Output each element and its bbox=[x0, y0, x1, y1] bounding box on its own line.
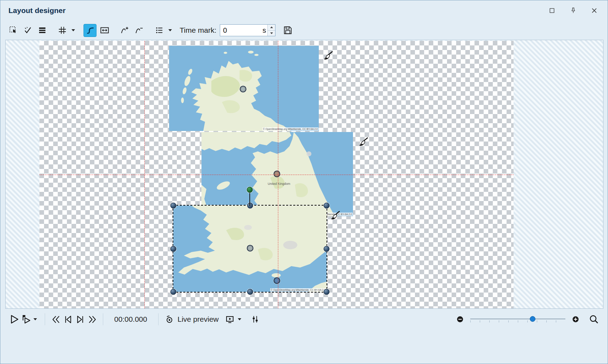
brush-cursor-icon bbox=[358, 137, 368, 147]
path-list-tool-button[interactable] bbox=[153, 24, 166, 37]
chevron-down-icon bbox=[33, 318, 37, 321]
mixer-button[interactable] bbox=[249, 313, 261, 325]
separator bbox=[45, 313, 45, 325]
magnifier-icon bbox=[589, 314, 599, 324]
maximize-icon bbox=[548, 7, 556, 14]
motion-path-tool-button[interactable] bbox=[83, 24, 97, 37]
titlebar: Layout designer bbox=[0, 0, 608, 21]
close-button[interactable] bbox=[589, 6, 599, 15]
motion-path-icon bbox=[85, 25, 95, 35]
chevron-down-icon bbox=[237, 318, 242, 321]
motion-path-start-handle[interactable] bbox=[247, 187, 253, 193]
chevron-down-icon bbox=[168, 29, 172, 32]
time-mark-label: Time mark: bbox=[180, 26, 216, 34]
resize-handle-middle-right[interactable] bbox=[324, 246, 330, 252]
skip-end-icon bbox=[87, 315, 97, 324]
resize-handle-bottom-center[interactable] bbox=[247, 289, 253, 295]
layout-canvas[interactable]: © OpenStreetMap.org Mitwirkende, CC BY-S… bbox=[5, 40, 603, 309]
alignment-tool-icon bbox=[38, 26, 47, 35]
canvas-zoom-slider[interactable] bbox=[470, 314, 565, 325]
play-button[interactable] bbox=[8, 313, 20, 325]
map-attribution: © OpenStreetMap.org Mitwirkende, CC BY-S… bbox=[262, 127, 318, 131]
map-label-united-kingdom: United Kingdom bbox=[268, 182, 290, 186]
pin-icon bbox=[570, 7, 577, 14]
time-display: 00:00.000 bbox=[111, 315, 150, 324]
toolbar: Time mark: s bbox=[0, 21, 608, 40]
path-list-icon bbox=[155, 26, 164, 35]
separator bbox=[103, 313, 103, 325]
path-list-dropdown-button[interactable] bbox=[167, 24, 173, 37]
resize-handle-bottom-right[interactable] bbox=[324, 289, 330, 295]
brush-cursor-icon bbox=[323, 51, 333, 61]
preview-screen-dropdown-button[interactable] bbox=[236, 313, 243, 326]
live-preview-toggle[interactable] bbox=[163, 313, 175, 325]
resize-handle-bottom-left[interactable] bbox=[170, 289, 176, 295]
chevron-down-icon bbox=[71, 29, 75, 32]
skip-to-start-button[interactable] bbox=[50, 313, 62, 325]
curve-minus-icon bbox=[135, 26, 144, 35]
skip-start-icon bbox=[51, 315, 61, 324]
resize-handle-top-left[interactable] bbox=[170, 203, 176, 209]
motion-path-line bbox=[249, 190, 250, 206]
resize-handle-middle-left[interactable] bbox=[170, 246, 176, 252]
save-icon bbox=[283, 25, 293, 35]
time-mark-field: s bbox=[220, 24, 275, 36]
preview-screen-icon bbox=[225, 315, 235, 324]
play-icon bbox=[9, 314, 19, 324]
curve-plus-icon bbox=[120, 26, 129, 35]
window-controls bbox=[547, 6, 603, 15]
alignment-tool-button[interactable] bbox=[36, 24, 49, 37]
select-tool-button[interactable] bbox=[7, 24, 20, 37]
spinner-down-button[interactable] bbox=[268, 31, 275, 36]
live-preview-icon bbox=[165, 315, 174, 324]
motion-path-waypoint[interactable] bbox=[274, 277, 280, 284]
zoom-out-button[interactable] bbox=[454, 313, 466, 325]
grid-dropdown-button[interactable] bbox=[70, 24, 76, 37]
skip-to-end-button[interactable] bbox=[86, 313, 98, 325]
select-tool-icon bbox=[9, 26, 18, 35]
separator bbox=[158, 313, 159, 325]
pin-button[interactable] bbox=[568, 6, 578, 15]
play-from-marker-button[interactable] bbox=[20, 313, 32, 325]
step-forward-icon bbox=[75, 315, 85, 324]
curve-minus-tool-button[interactable] bbox=[132, 24, 145, 37]
motion-path-waypoint[interactable] bbox=[274, 171, 280, 177]
maximize-button[interactable] bbox=[547, 6, 557, 15]
image-section-icon bbox=[100, 25, 110, 35]
chevron-down-icon bbox=[270, 32, 273, 34]
zoom-fit-button[interactable] bbox=[588, 313, 600, 325]
play-from-marker-icon bbox=[21, 314, 31, 324]
resize-handle-top-right[interactable] bbox=[324, 203, 330, 209]
save-button[interactable] bbox=[281, 24, 294, 37]
layout-designer-window: Layout designer bbox=[0, 0, 608, 364]
time-mark-spinner bbox=[267, 25, 275, 36]
slider-thumb[interactable] bbox=[530, 316, 535, 322]
zoom-in-icon bbox=[572, 315, 579, 323]
close-icon bbox=[591, 7, 598, 14]
brush-cursor-icon bbox=[330, 211, 340, 221]
map-attribution: © OpenStreetMap.org Mitwirkende, CC BY-S… bbox=[270, 288, 326, 291]
step-back-button[interactable] bbox=[62, 313, 74, 325]
window-title: Layout designer bbox=[8, 6, 66, 15]
play-options-dropdown-button[interactable] bbox=[32, 313, 38, 326]
path-points-tool-icon bbox=[23, 26, 32, 35]
motion-path-waypoint[interactable] bbox=[247, 245, 254, 252]
time-mark-input[interactable] bbox=[220, 25, 262, 36]
path-points-tool-button[interactable] bbox=[21, 24, 34, 37]
slider-track bbox=[470, 319, 565, 319]
zoom-cluster bbox=[454, 313, 600, 325]
time-mark-unit: s bbox=[262, 26, 266, 34]
zoom-in-button[interactable] bbox=[570, 313, 582, 325]
preview-screen-button[interactable] bbox=[224, 313, 236, 325]
spinner-up-button[interactable] bbox=[268, 25, 275, 31]
image-section-tool-button[interactable] bbox=[98, 24, 111, 37]
guide-horizontal-center bbox=[39, 175, 514, 175]
curve-plus-tool-button[interactable] bbox=[118, 24, 131, 37]
motion-path-waypoint[interactable] bbox=[240, 86, 247, 93]
zoom-out-icon bbox=[456, 315, 464, 323]
mixer-icon bbox=[251, 315, 259, 324]
step-forward-button[interactable] bbox=[74, 313, 86, 325]
grid-tool-button[interactable] bbox=[56, 24, 69, 37]
live-preview-label: Live preview bbox=[178, 315, 219, 324]
grid-icon bbox=[58, 26, 67, 35]
